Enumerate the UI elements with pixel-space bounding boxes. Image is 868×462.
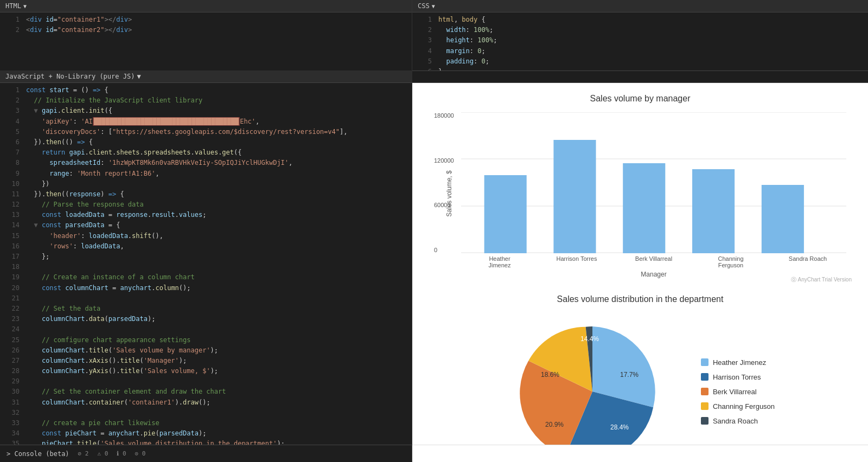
js-line-7: 7 return gapi.client.sheets.spreadsheets… xyxy=(0,147,412,158)
js-line-28: 28 columnChart.yAxis().title('Sales volu… xyxy=(0,366,412,376)
js-line-31: 31 columnChart.container('container1').d… xyxy=(0,397,412,408)
js-dropdown-arrow[interactable]: ▼ xyxy=(137,73,141,80)
bottom-area: 1 const start = () => { 2 // Initialize … xyxy=(0,83,868,445)
console-label[interactable]: > Console (beta) xyxy=(7,450,69,458)
pie-legend: Heather Jimenez Harrison Torres Berk Vil… xyxy=(701,358,775,425)
js-line-34: 34 const pieChart = anychart.pie(parsedD… xyxy=(0,428,412,439)
css-panel: CSS ▼ 1 html, body { 2 width: 100%; 3 he… xyxy=(412,0,868,70)
js-line-6: 6 }).then(() => { xyxy=(0,137,412,147)
css-panel-header[interactable]: CSS ▼ xyxy=(412,0,868,12)
js-line-1: 1 const start = () => { xyxy=(0,85,412,95)
css-line-3: 3 height: 100%; xyxy=(412,35,868,46)
js-line-19: 19 // Create an instance of a column cha… xyxy=(0,272,412,283)
pie-chart-title: Sales volume distribution in the departm… xyxy=(423,294,857,304)
x-label-channing: Channing Ferguson xyxy=(709,255,752,268)
x-label-sandra: Sandra Roach xyxy=(786,255,829,268)
top-panels: HTML ▼ 1 <div id="container1"></div> 2 <… xyxy=(0,0,868,70)
pie-label-harrison: 28.4% xyxy=(610,424,629,431)
legend-label-berk: Berk Villarreal xyxy=(713,388,757,396)
pie-area: 17.7% 28.4% 20.9% 18.6% 14.4% Heather Ji… xyxy=(423,313,857,445)
pie-label-heather: 17.7% xyxy=(620,371,639,378)
bar-chart-area: Sales volume, $ 180000 120000 60000 0 xyxy=(461,112,846,275)
pie-svg-wrapper: 17.7% 28.4% 20.9% 18.6% 14.4% xyxy=(506,313,679,445)
legend-sandra: Sandra Roach xyxy=(701,417,775,425)
js-line-17: 17 }; xyxy=(0,252,412,262)
js-line-16: 16 'rows': loadedData, xyxy=(0,241,412,252)
js-line-9: 9 range: 'Month report!A1:B6', xyxy=(0,169,412,179)
js-code-area: 1 const start = () => { 2 // Initialize … xyxy=(0,83,412,445)
html-line-2: 2 <div id="container2"></div> xyxy=(0,25,412,35)
bar-chart-svg xyxy=(461,112,846,253)
y-ticks: 180000 120000 60000 0 xyxy=(434,112,454,253)
legend-label-sandra: Sandra Roach xyxy=(713,417,758,425)
console-bar[interactable]: > Console (beta) ⊘ 2 ⚠ 0 ℹ 0 ⊙ 0 xyxy=(0,445,412,462)
console-error-icon: ⊘ 2 xyxy=(78,450,89,457)
js-panel-header[interactable]: JavaScript + No-Library (pure JS) ▼ xyxy=(0,70,412,83)
bar-channing xyxy=(692,169,735,253)
js-line-12: 12 // Parse the response data xyxy=(0,200,412,210)
js-line-13: 13 const loadedData = response.result.va… xyxy=(0,210,412,220)
legend-color-berk xyxy=(701,388,709,395)
pie-label-berk: 20.9% xyxy=(545,421,564,428)
pie-label-channing: 18.6% xyxy=(541,371,559,378)
y-tick-120000: 120000 xyxy=(434,157,454,164)
x-label-heather: Heather Jimenez xyxy=(478,255,521,268)
js-line-5: 5 'discoveryDocs': ["https://sheets.goog… xyxy=(0,127,412,137)
js-line-3: 3 ▼ gapi.client.init({ xyxy=(0,106,412,116)
legend-berk: Berk Villarreal xyxy=(701,388,775,396)
css-dropdown-arrow[interactable]: ▼ xyxy=(432,3,435,9)
pie-chart-section: Sales volume distribution in the departm… xyxy=(412,289,868,445)
legend-label-channing: Channing Ferguson xyxy=(713,402,775,410)
js-line-22: 22 // Set the data xyxy=(0,304,412,314)
js-line-35: 35 pieChart.title('Sales volume distribu… xyxy=(0,439,412,445)
legend-label-harrison: Harrison Torres xyxy=(713,373,761,381)
console-warn-icon: ⚠ 0 xyxy=(97,450,108,457)
js-line-2: 2 // Initialize the JavaScript client li… xyxy=(0,95,412,106)
legend-channing: Channing Ferguson xyxy=(701,402,775,410)
legend-harrison: Harrison Torres xyxy=(701,373,775,381)
bar-chart-container: Sales volume by manager Sales volume, $ … xyxy=(412,83,868,289)
html-panel: HTML ▼ 1 <div id="container1"></div> 2 <… xyxy=(0,0,412,70)
js-line-8: 8 spreadsheetId: '1hzWpKT8Mk6n0vaRBVHkVe… xyxy=(0,158,412,168)
y-tick-0: 0 xyxy=(434,247,454,253)
html-panel-header[interactable]: HTML ▼ xyxy=(0,0,412,12)
js-line-18: 18 xyxy=(0,262,412,272)
y-tick-60000: 60000 xyxy=(434,202,454,208)
x-label-harrison: Harrison Torres xyxy=(555,255,598,268)
legend-color-channing xyxy=(701,402,709,410)
x-axis-label: Manager xyxy=(461,271,846,278)
js-line-4: 4 'apiKey': 'AI█████████████████████████… xyxy=(0,117,412,127)
y-tick-180000: 180000 xyxy=(434,112,454,119)
css-line-5: 5 padding: 0; xyxy=(412,56,868,67)
legend-heather: Heather Jimenez xyxy=(701,358,775,367)
css-line-2: 2 width: 100%; xyxy=(412,25,868,35)
html-label: HTML xyxy=(5,2,21,10)
html-dropdown-arrow[interactable]: ▼ xyxy=(23,3,27,9)
js-line-30: 30 // Set the container element and draw… xyxy=(0,387,412,397)
legend-color-sandra xyxy=(701,417,709,425)
legend-color-harrison xyxy=(701,373,709,381)
console-info-icon: ℹ 0 xyxy=(117,450,126,457)
pie-label-sandra: 14.4% xyxy=(580,335,599,343)
js-line-20: 20 const columnChart = anychart.column()… xyxy=(0,283,412,293)
bar-harrison xyxy=(553,140,596,253)
html-code-area: 1 <div id="container1"></div> 2 <div id=… xyxy=(0,12,412,37)
css-line-1: 1 html, body { xyxy=(412,15,868,25)
pie-chart-svg: 17.7% 28.4% 20.9% 18.6% 14.4% xyxy=(506,313,679,445)
js-line-21: 21 xyxy=(0,293,412,304)
js-line-29: 29 xyxy=(0,376,412,387)
js-line-14: 14 ▼ const parsedData = { xyxy=(0,220,412,230)
js-header-row: JavaScript + No-Library (pure JS) ▼ xyxy=(0,70,868,83)
bar-berk xyxy=(623,163,665,253)
console-section: > Console (beta) ⊘ 2 ⚠ 0 ℹ 0 ⊙ 0 xyxy=(0,445,412,462)
html-line-1: 1 <div id="container1"></div> xyxy=(0,15,412,25)
bar-sandra xyxy=(762,185,804,253)
x-labels: Heather Jimenez Harrison Torres Berk Vil… xyxy=(461,255,846,268)
console-extra-icon: ⊙ 0 xyxy=(135,450,146,457)
x-label-berk: Berk Villarreal xyxy=(632,255,675,268)
js-line-10: 10 }) xyxy=(0,179,412,189)
js-line-11: 11 }).then((response) => { xyxy=(0,189,412,200)
js-label: JavaScript + No-Library (pure JS) xyxy=(5,73,135,80)
legend-color-heather xyxy=(701,358,709,366)
js-line-26: 26 columnChart.title('Sales volume by ma… xyxy=(0,345,412,356)
